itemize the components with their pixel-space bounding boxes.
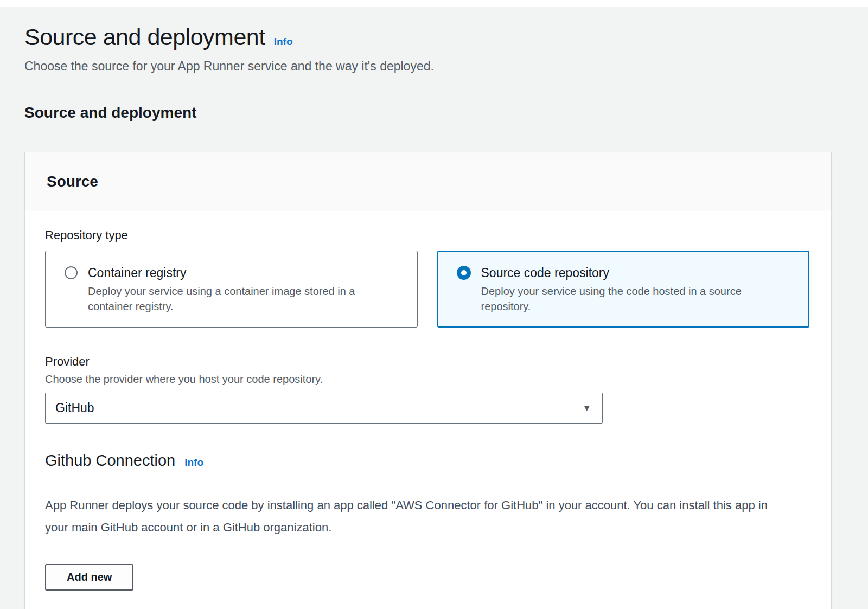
github-connection-heading: Github Connection [45, 452, 175, 470]
page-header: Source and deployment Info [24, 23, 832, 51]
tile-title: Source code repository [481, 265, 785, 281]
github-connection-info-link[interactable]: Info [184, 457, 203, 469]
repository-type-label: Repository type [45, 228, 809, 243]
page-title-info-link[interactable]: Info [274, 36, 293, 48]
provider-field: Provider Choose the provider where you h… [45, 354, 809, 424]
radio-unselected-icon[interactable] [65, 266, 78, 279]
source-panel: Source Repository type Container registr… [24, 152, 832, 609]
tile-body: Container registry Deploy your service u… [88, 265, 392, 314]
caret-down-icon: ▼ [582, 403, 591, 414]
tile-body: Source code repository Deploy your servi… [481, 265, 785, 314]
tile-container-registry[interactable]: Container registry Deploy your service u… [45, 251, 418, 328]
page-subtitle: Choose the source for your App Runner se… [24, 57, 832, 75]
source-panel-header: Source [25, 152, 831, 211]
repository-type-tiles: Container registry Deploy your service u… [45, 251, 809, 328]
provider-select[interactable]: GitHub ▼ [45, 393, 603, 424]
source-panel-content: Repository type Container registry Deplo… [25, 211, 831, 591]
add-new-button[interactable]: Add new [45, 564, 133, 591]
github-connection-header: Github Connection Info [45, 452, 809, 470]
tile-description: Deploy your service using a container im… [88, 284, 392, 314]
tile-description: Deploy your service using the code hoste… [481, 284, 785, 314]
top-strip [0, 0, 868, 7]
tile-source-code-repository[interactable]: Source code repository Deploy your servi… [437, 251, 810, 328]
source-and-deployment-page: Source and deployment Info Choose the so… [0, 7, 868, 609]
page-title: Source and deployment [24, 23, 265, 51]
github-connection-paragraph: App Runner deploys your source code by i… [45, 494, 794, 539]
radio-selected-icon[interactable] [457, 266, 471, 280]
provider-select-value: GitHub [55, 401, 94, 415]
provider-description: Choose the provider where you host your … [45, 372, 809, 387]
tile-title: Container registry [88, 265, 392, 281]
provider-label: Provider [45, 354, 809, 369]
source-panel-title: Source [47, 173, 809, 190]
section-heading: Source and deployment [24, 104, 832, 121]
